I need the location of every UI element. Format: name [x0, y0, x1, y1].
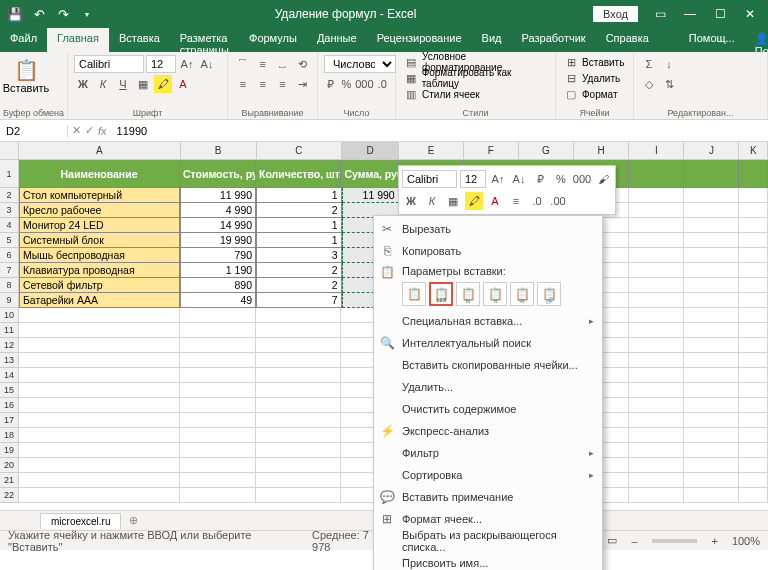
enter-fx-icon[interactable]: ✓ — [85, 124, 94, 137]
border-icon[interactable]: ▦ — [134, 75, 152, 93]
mini-currency-icon[interactable]: ₽ — [531, 170, 549, 188]
new-sheet-icon[interactable]: ⊕ — [121, 514, 146, 527]
name-box[interactable]: D2 — [0, 125, 68, 137]
paste-button[interactable]: 📋Вставить — [6, 54, 46, 98]
col-C[interactable]: C — [257, 142, 343, 160]
mini-font[interactable] — [402, 170, 457, 188]
select-all-corner[interactable] — [0, 142, 19, 160]
grow-font-icon[interactable]: A↑ — [178, 55, 196, 73]
format-button[interactable]: Формат — [582, 89, 618, 100]
col-E[interactable]: E — [399, 142, 464, 160]
ribbon-options-icon[interactable]: ▭ — [646, 3, 674, 25]
ctx-quick-analysis[interactable]: ⚡Экспресс-анализ — [374, 420, 602, 442]
close-icon[interactable]: ✕ — [736, 3, 764, 25]
zoom-slider[interactable] — [652, 539, 698, 543]
align-center-icon[interactable]: ≡ — [254, 75, 272, 93]
tab-layout[interactable]: Разметка страницы — [170, 28, 239, 52]
col-J[interactable]: J — [684, 142, 739, 160]
tab-data[interactable]: Данные — [307, 28, 367, 52]
tab-home[interactable]: Главная — [47, 28, 109, 52]
fontsize-select[interactable] — [146, 55, 176, 73]
shrink-font-icon[interactable]: A↓ — [198, 55, 216, 73]
zoom-in-icon[interactable]: + — [711, 535, 717, 547]
fill-color-icon[interactable]: 🖍 — [154, 75, 172, 93]
col-D[interactable]: D — [342, 142, 399, 160]
bold-button[interactable]: Ж — [74, 75, 92, 93]
align-top-icon[interactable]: ⎴ — [234, 55, 252, 73]
font-select[interactable] — [74, 55, 144, 73]
paste-link[interactable]: 📋🔗 — [537, 282, 561, 306]
mini-fontcolor-icon[interactable]: A — [486, 192, 504, 210]
tab-developer[interactable]: Разработчик — [512, 28, 596, 52]
minimize-icon[interactable]: ― — [676, 3, 704, 25]
paste-formulas[interactable]: 📋fx — [456, 282, 480, 306]
formula-input[interactable]: 11990 — [111, 125, 768, 137]
mini-size[interactable] — [460, 170, 486, 188]
col-B[interactable]: B — [181, 142, 257, 160]
col-G[interactable]: G — [519, 142, 574, 160]
align-left-icon[interactable]: ≡ — [234, 75, 252, 93]
align-mid-icon[interactable]: ≡ — [254, 55, 272, 73]
percent-icon[interactable]: % — [340, 75, 354, 93]
mini-shrink-icon[interactable]: A↓ — [510, 170, 528, 188]
redo-icon[interactable]: ↷ — [52, 3, 74, 25]
tab-insert[interactable]: Вставка — [109, 28, 170, 52]
fx-icon[interactable]: fx — [98, 125, 107, 137]
tab-share[interactable]: 👤 Поделиться — [745, 28, 768, 52]
ctx-define-name[interactable]: Присвоить имя... — [374, 552, 602, 570]
tab-formulas[interactable]: Формулы — [239, 28, 307, 52]
mini-fill-icon[interactable]: 🖍 — [465, 192, 483, 210]
tab-tellme[interactable]: Помощ... — [679, 28, 745, 52]
qat-dropdown-icon[interactable]: ▾ — [76, 3, 98, 25]
delete-button[interactable]: Удалить — [582, 73, 620, 84]
font-color-icon[interactable]: A — [174, 75, 192, 93]
tab-help[interactable]: Справка — [596, 28, 659, 52]
paste-all[interactable]: 📋 — [402, 282, 426, 306]
italic-button[interactable]: К — [94, 75, 112, 93]
maximize-icon[interactable]: ☐ — [706, 3, 734, 25]
cancel-fx-icon[interactable]: ✕ — [72, 124, 81, 137]
fill-icon[interactable]: ↓ — [660, 55, 678, 73]
zoom-out-icon[interactable]: – — [631, 535, 637, 547]
sheet-tab[interactable]: microexcel.ru — [40, 513, 121, 529]
save-icon[interactable]: 💾 — [4, 3, 26, 25]
col-H[interactable]: H — [574, 142, 629, 160]
sort-filter-icon[interactable]: ⇅ — [660, 75, 678, 93]
ctx-clear[interactable]: Очистить содержимое — [374, 398, 602, 420]
cellstyles-button[interactable]: Стили ячеек — [422, 89, 480, 100]
mini-thousands-icon[interactable]: 000 — [573, 170, 591, 188]
ctx-format-cells[interactable]: ⊞Формат ячеек... — [374, 508, 602, 530]
tab-file[interactable]: Файл — [0, 28, 47, 52]
col-F[interactable]: F — [464, 142, 519, 160]
paste-transpose[interactable]: 📋⤭ — [483, 282, 507, 306]
col-A[interactable]: A — [19, 142, 181, 160]
insert-button[interactable]: Вставить — [582, 57, 624, 68]
ctx-cut[interactable]: ✂Вырезать — [374, 218, 602, 240]
align-right-icon[interactable]: ≡ — [274, 75, 292, 93]
ctx-dropdown[interactable]: Выбрать из раскрывающегося списка... — [374, 530, 602, 552]
inc-dec-icon[interactable]: .0 — [375, 75, 389, 93]
login-button[interactable]: Вход — [593, 6, 638, 22]
mini-border-icon[interactable]: ▦ — [444, 192, 462, 210]
ctx-smart-lookup[interactable]: 🔍Интеллектуальный поиск — [374, 332, 602, 354]
tab-review[interactable]: Рецензирование — [367, 28, 472, 52]
underline-button[interactable]: Ч — [114, 75, 132, 93]
mini-dec-icon[interactable]: .0 — [528, 192, 546, 210]
indent-icon[interactable]: ⇥ — [293, 75, 311, 93]
autosum-icon[interactable]: Σ — [640, 55, 658, 73]
currency-icon[interactable]: ₽ — [324, 75, 338, 93]
align-bot-icon[interactable]: ⎵ — [274, 55, 292, 73]
ctx-sort[interactable]: Сортировка — [374, 464, 602, 486]
tab-view[interactable]: Вид — [472, 28, 512, 52]
mini-grow-icon[interactable]: A↑ — [489, 170, 507, 188]
ctx-filter[interactable]: Фильтр — [374, 442, 602, 464]
ctx-comment[interactable]: 💬Вставить примечание — [374, 486, 602, 508]
orient-icon[interactable]: ⟲ — [293, 55, 311, 73]
undo-icon[interactable]: ↶ — [28, 3, 50, 25]
ctx-paste-special[interactable]: Специальная вставка... — [374, 310, 602, 332]
view-break-icon[interactable]: ▭ — [607, 534, 617, 547]
numfmt-select[interactable]: Числовой — [324, 55, 396, 73]
ctx-delete[interactable]: Удалить... — [374, 376, 602, 398]
mini-center-icon[interactable]: ≡ — [507, 192, 525, 210]
ctx-insert-cells[interactable]: Вставить скопированные ячейки... — [374, 354, 602, 376]
